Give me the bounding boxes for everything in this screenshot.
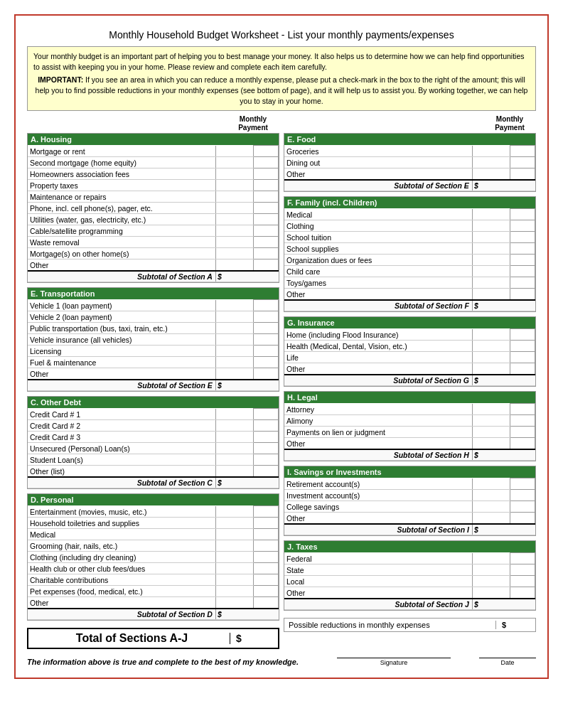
intro-box: Your monthly budget is an important part… — [27, 46, 536, 111]
table-row: Maintenance or repairs — [28, 191, 279, 203]
table-row: Credit Card # 2 — [28, 420, 279, 432]
section-i-table: Retirement account(s) Investment account… — [284, 478, 535, 535]
section-d-table: Entertainment (movies, music, etc.) Hous… — [28, 505, 279, 620]
section-c-header: C. Other Debt — [28, 397, 279, 408]
table-row: College savings — [284, 501, 535, 513]
important-label: IMPORTANT: — [38, 75, 83, 84]
table-row: Vehicle insurance (all vehicles) — [28, 334, 279, 346]
table-row: Groceries — [284, 146, 535, 157]
possible-reductions-dollar[interactable]: $ — [495, 621, 531, 629]
table-row: Entertainment (movies, music, etc.) — [28, 506, 279, 518]
title-main: Monthly Household Budget Worksheet — [109, 29, 279, 41]
footer-text: The information above is true and comple… — [27, 658, 309, 666]
table-row: Grooming (hair, nails, etc.) — [28, 540, 279, 552]
subtotal-row-a: Subtotal of Section A $ — [28, 271, 279, 282]
table-row: Clothing — [284, 220, 535, 232]
table-row: Public transportation (bus, taxi, train,… — [28, 323, 279, 334]
section-c: C. Other Debt Credit Card # 1 Credit Car… — [27, 396, 279, 489]
subtotal-row-h: Subtotal of Section H $ — [284, 449, 535, 461]
section-e-transport: E. Transportation Vehicle 1 (loan paymen… — [27, 287, 279, 392]
table-row: Household toiletries and supplies — [28, 518, 279, 529]
table-row: Student Loan(s) — [28, 454, 279, 466]
subtotal-row-f: Subtotal of Section F $ — [284, 300, 535, 311]
subtotal-row-j: Subtotal of Section J $ — [284, 599, 535, 610]
table-row: Vehicle 2 (loan payment) — [28, 311, 279, 323]
table-row: Property taxes — [28, 180, 279, 191]
section-a-header: A. Housing — [28, 134, 279, 145]
section-d: D. Personal Entertainment (movies, music… — [27, 493, 279, 621]
section-h-header: H. Legal — [284, 392, 535, 403]
table-row: Other — [284, 289, 535, 300]
budget-worksheet: Monthly Household Budget Worksheet - Lis… — [14, 14, 549, 679]
footer: The information above is true and comple… — [27, 658, 536, 666]
section-i: I. Savings or Investments Retirement acc… — [284, 466, 536, 536]
table-row: Clothing (including dry cleaning) — [28, 552, 279, 563]
table-row: Second mortgage (home equity) — [28, 157, 279, 168]
table-row: Health (Medical, Dental, Vision, etc.) — [284, 341, 535, 352]
table-row: Mortgage(s) on other home(s) — [28, 248, 279, 259]
page-title: Monthly Household Budget Worksheet - Lis… — [27, 27, 536, 42]
table-row: Alimony — [284, 415, 535, 427]
table-row: State — [284, 564, 535, 576]
right-column: MonthlyPayment E. Food Groceries Dining … — [284, 115, 536, 649]
section-e-food-header: E. Food — [284, 134, 535, 145]
section-f: F. Family (incl. Children) Medical Cloth… — [284, 196, 536, 312]
table-row: Credit Card # 1 — [28, 409, 279, 420]
table-row: Other (list) — [28, 466, 279, 477]
title-subtitle: - List your monthly payments/expenses — [279, 29, 454, 41]
table-row: Cable/satellite programming — [28, 225, 279, 237]
right-header: MonthlyPayment — [284, 115, 536, 132]
table-row: School tuition — [284, 232, 535, 243]
table-row: Organization dues or fees — [284, 255, 535, 266]
possible-reductions-label: Possible reductions in monthly expenses — [289, 621, 495, 629]
section-j-header: J. Taxes — [284, 541, 535, 552]
subtotal-row-e-transport: Subtotal of Section E $ — [28, 380, 279, 391]
section-e-food-table: Groceries Dining out Other Subtotal of S… — [284, 145, 535, 191]
section-a: A. Housing Mortgage or rent Second mortg… — [27, 133, 279, 283]
table-row: Other — [28, 597, 279, 609]
table-row: Homeowners association fees — [28, 168, 279, 180]
table-row: Vehicle 1 (loan payment) — [28, 300, 279, 311]
table-row: Fuel & maintenance — [28, 357, 279, 368]
intro-line1: Your monthly budget is an important part… — [33, 52, 525, 71]
subtotal-row-i: Subtotal of Section I $ — [284, 524, 535, 535]
table-row: Federal — [284, 553, 535, 564]
signature-field[interactable]: Signature — [337, 658, 451, 666]
table-row: Medical — [284, 209, 535, 220]
table-row: Attorney — [284, 404, 535, 415]
section-f-header: F. Family (incl. Children) — [284, 197, 535, 208]
table-row: Home (including Flood Insurance) — [284, 329, 535, 341]
section-h-table: Attorney Alimony Payments on lien or jud… — [284, 403, 535, 461]
table-row: Other — [284, 587, 535, 599]
table-row: Other — [28, 368, 279, 380]
table-row: Credit Card # 3 — [28, 432, 279, 443]
table-row: Unsecured (Personal) Loan(s) — [28, 443, 279, 454]
section-g-table: Home (including Flood Insurance) Health … — [284, 328, 535, 386]
table-row: Waste removal — [28, 237, 279, 248]
table-row: Child care — [284, 266, 535, 277]
table-row: Investment account(s) — [284, 490, 535, 501]
section-d-header: D. Personal — [28, 494, 279, 505]
subtotal-row-g: Subtotal of Section G $ — [284, 375, 535, 386]
total-section: Total of Sections A-J $ — [27, 628, 279, 649]
date-field[interactable]: Date — [479, 658, 536, 666]
section-e-transport-header: E. Transportation — [28, 288, 279, 299]
table-row: Other — [284, 513, 535, 524]
section-j-table: Federal State Local Other Subtotal of Se… — [284, 552, 535, 610]
table-row: Toys/games — [284, 277, 535, 289]
section-h: H. Legal Attorney Alimony Payments on li… — [284, 391, 536, 461]
section-e-food: E. Food Groceries Dining out Other Subto… — [284, 133, 536, 192]
table-row: Health club or other club fees/dues — [28, 563, 279, 574]
total-dollar[interactable]: $ — [230, 633, 272, 644]
subtotal-row-e-food: Subtotal of Section E $ — [284, 180, 535, 191]
table-row: Local — [284, 576, 535, 587]
left-header: MonthlyPayment — [27, 115, 279, 132]
table-row: Other — [284, 363, 535, 375]
table-row: Other — [284, 438, 535, 449]
section-c-table: Credit Card # 1 Credit Card # 2 Credit C… — [28, 408, 279, 488]
monthly-payment-header-left: MonthlyPayment — [228, 115, 278, 132]
table-row: Retirement account(s) — [284, 478, 535, 490]
section-g: G. Insurance Home (including Flood Insur… — [284, 316, 536, 387]
subtotal-row-c: Subtotal of Section C $ — [28, 477, 279, 488]
main-content: MonthlyPayment A. Housing Mortgage or re… — [27, 115, 536, 649]
